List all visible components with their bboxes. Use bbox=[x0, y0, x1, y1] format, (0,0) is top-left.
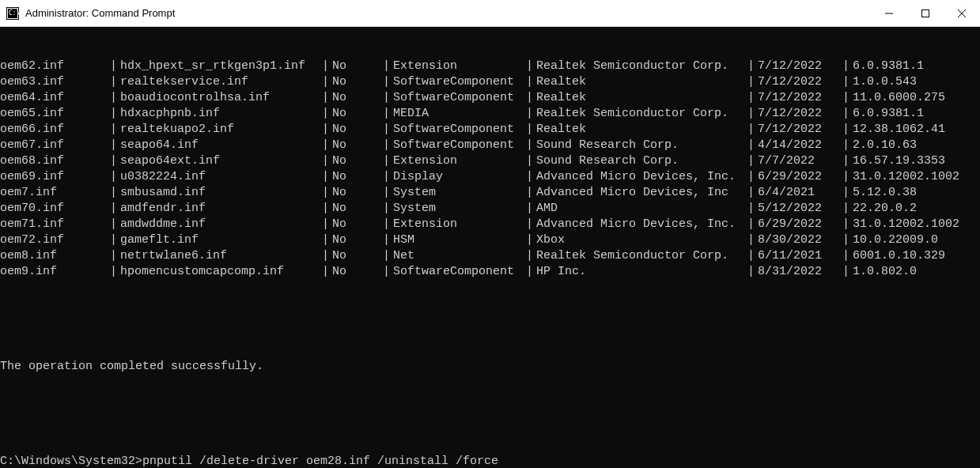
column-separator: | bbox=[523, 248, 536, 264]
col-class: SoftwareComponent bbox=[393, 122, 523, 138]
col-vendor: Xbox bbox=[536, 232, 744, 248]
blank-line bbox=[0, 311, 980, 327]
col-vendor: Advanced Micro Devices, Inc bbox=[536, 185, 744, 201]
col-date: 6/29/2022 bbox=[758, 217, 839, 232]
console-output[interactable]: oem62.inf|hdx_hpext_sr_rtkgen3p1.inf|No|… bbox=[0, 27, 980, 468]
col-version: 16.57.19.3353 bbox=[853, 153, 980, 169]
column-separator: | bbox=[380, 90, 393, 106]
column-separator: | bbox=[107, 153, 120, 169]
col-date: 7/12/2022 bbox=[758, 90, 839, 106]
column-separator: | bbox=[523, 185, 536, 201]
column-separator: | bbox=[744, 90, 758, 106]
column-separator: | bbox=[107, 58, 120, 74]
column-separator: | bbox=[744, 122, 758, 138]
column-separator: | bbox=[380, 201, 393, 217]
col-vendor: AMD bbox=[536, 201, 744, 217]
column-separator: | bbox=[319, 185, 332, 201]
col-class: Extension bbox=[393, 58, 523, 74]
col-class: SoftwareComponent bbox=[393, 90, 523, 106]
column-separator: | bbox=[744, 185, 758, 201]
col-date: 8/30/2022 bbox=[758, 232, 839, 248]
column-separator: | bbox=[107, 138, 120, 153]
col-version: 5.12.0.38 bbox=[853, 185, 980, 201]
column-separator: | bbox=[744, 58, 758, 74]
col-vendor: Advanced Micro Devices, Inc. bbox=[536, 217, 744, 232]
col-file: realtekuapo2.inf bbox=[120, 122, 319, 138]
column-separator: | bbox=[523, 74, 536, 90]
col-date: 7/12/2022 bbox=[758, 74, 839, 90]
col-date: 7/12/2022 bbox=[758, 106, 839, 122]
column-separator: | bbox=[839, 58, 853, 74]
col-inbox: No bbox=[332, 201, 380, 217]
col-class: SoftwareComponent bbox=[393, 264, 523, 280]
col-inf: oem71.inf bbox=[0, 217, 107, 232]
column-separator: | bbox=[380, 58, 393, 74]
column-separator: | bbox=[107, 185, 120, 201]
column-separator: | bbox=[523, 138, 536, 153]
col-date: 6/29/2022 bbox=[758, 169, 839, 185]
driver-row: oem65.inf|hdxacphpnb.inf|No|MEDIA|Realte… bbox=[0, 106, 980, 122]
driver-row: oem70.inf|amdfendr.inf|No|System|AMD|5/1… bbox=[0, 201, 980, 217]
col-file: hdx_hpext_sr_rtkgen3p1.inf bbox=[120, 58, 319, 74]
column-separator: | bbox=[107, 217, 120, 232]
column-separator: | bbox=[839, 264, 853, 280]
column-separator: | bbox=[839, 138, 853, 153]
maximize-button[interactable] bbox=[907, 0, 944, 26]
col-inbox: No bbox=[332, 153, 380, 169]
col-date: 7/7/2022 bbox=[758, 153, 839, 169]
col-inf: oem65.inf bbox=[0, 106, 107, 122]
column-separator: | bbox=[319, 248, 332, 264]
col-file: realtekservice.inf bbox=[120, 74, 319, 90]
col-inf: oem63.inf bbox=[0, 74, 107, 90]
col-inf: oem9.inf bbox=[0, 264, 107, 280]
column-separator: | bbox=[107, 248, 120, 264]
column-separator: | bbox=[744, 138, 758, 153]
col-class: System bbox=[393, 185, 523, 201]
column-separator: | bbox=[523, 217, 536, 232]
column-separator: | bbox=[319, 138, 332, 153]
column-separator: | bbox=[744, 217, 758, 232]
column-separator: | bbox=[839, 74, 853, 90]
column-separator: | bbox=[523, 90, 536, 106]
command-input[interactable]: pnputil /delete-driver oem28.inf /uninst… bbox=[142, 455, 498, 468]
col-version: 1.0.802.0 bbox=[853, 264, 980, 280]
column-separator: | bbox=[107, 169, 120, 185]
col-inf: oem7.inf bbox=[0, 185, 107, 201]
driver-row: oem66.inf|realtekuapo2.inf|No|SoftwareCo… bbox=[0, 122, 980, 138]
column-separator: | bbox=[744, 248, 758, 264]
column-separator: | bbox=[107, 264, 120, 280]
column-separator: | bbox=[523, 122, 536, 138]
column-separator: | bbox=[744, 74, 758, 90]
window-controls bbox=[871, 0, 980, 26]
column-separator: | bbox=[380, 185, 393, 201]
col-inf: oem8.inf bbox=[0, 248, 107, 264]
column-separator: | bbox=[319, 122, 332, 138]
col-inbox: No bbox=[332, 58, 380, 74]
minimize-button[interactable] bbox=[871, 0, 907, 26]
column-separator: | bbox=[319, 106, 332, 122]
column-separator: | bbox=[107, 90, 120, 106]
col-class: Extension bbox=[393, 153, 523, 169]
column-separator: | bbox=[107, 106, 120, 122]
col-vendor: Sound Research Corp. bbox=[536, 138, 744, 153]
column-separator: | bbox=[380, 153, 393, 169]
window-titlebar: C:\ Administrator: Command Prompt bbox=[0, 0, 980, 27]
col-inf: oem68.inf bbox=[0, 153, 107, 169]
column-separator: | bbox=[523, 153, 536, 169]
col-vendor: Realtek bbox=[536, 74, 744, 90]
column-separator: | bbox=[107, 122, 120, 138]
close-button[interactable] bbox=[944, 0, 980, 26]
col-class: MEDIA bbox=[393, 106, 523, 122]
column-separator: | bbox=[744, 106, 758, 122]
col-vendor: Realtek Semiconductor Corp. bbox=[536, 58, 744, 74]
col-date: 7/12/2022 bbox=[758, 122, 839, 138]
column-separator: | bbox=[380, 74, 393, 90]
col-inf: oem70.inf bbox=[0, 201, 107, 217]
window-title: Administrator: Command Prompt bbox=[25, 7, 871, 19]
column-separator: | bbox=[523, 169, 536, 185]
col-inf: oem66.inf bbox=[0, 122, 107, 138]
prompt-line: C:\Windows\System32>pnputil /delete-driv… bbox=[0, 454, 980, 468]
col-date: 4/14/2022 bbox=[758, 138, 839, 153]
column-separator: | bbox=[839, 185, 853, 201]
col-date: 6/11/2021 bbox=[758, 248, 839, 264]
